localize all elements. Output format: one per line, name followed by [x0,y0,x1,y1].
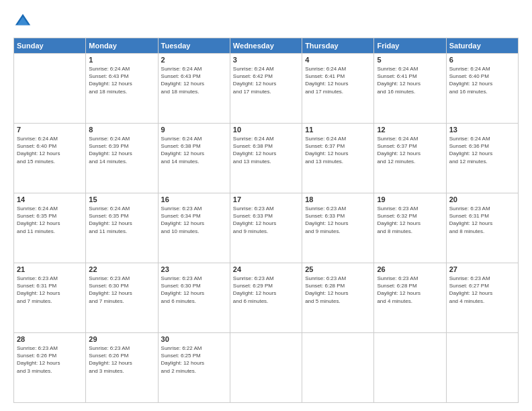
day-cell: 5Sunrise: 6:24 AM Sunset: 6:41 PM Daylig… [374,54,446,124]
day-cell: 1Sunrise: 6:24 AM Sunset: 6:43 PM Daylig… [86,54,158,124]
day-number: 19 [377,195,443,203]
day-info: Sunrise: 6:24 AM Sunset: 6:43 PM Dayligh… [89,65,154,95]
day-info: Sunrise: 6:24 AM Sunset: 6:39 PM Dayligh… [89,135,154,165]
day-cell: 15Sunrise: 6:24 AM Sunset: 6:35 PM Dayli… [86,193,158,263]
day-number: 2 [161,56,227,64]
day-number: 10 [233,126,299,134]
day-info: Sunrise: 6:24 AM Sunset: 6:37 PM Dayligh… [305,135,371,165]
day-info: Sunrise: 6:24 AM Sunset: 6:37 PM Dayligh… [377,135,443,165]
day-cell [14,54,86,124]
day-info: Sunrise: 6:24 AM Sunset: 6:42 PM Dayligh… [233,65,299,95]
day-number: 25 [305,265,371,273]
day-info: Sunrise: 6:23 AM Sunset: 6:33 PM Dayligh… [305,205,371,235]
day-cell [230,333,302,403]
day-cell: 3Sunrise: 6:24 AM Sunset: 6:42 PM Daylig… [230,54,302,124]
day-number: 18 [305,195,371,203]
day-cell: 14Sunrise: 6:24 AM Sunset: 6:35 PM Dayli… [14,193,86,263]
week-row-5: 28Sunrise: 6:23 AM Sunset: 6:26 PM Dayli… [14,333,519,403]
day-cell: 18Sunrise: 6:23 AM Sunset: 6:33 PM Dayli… [302,193,374,263]
day-number: 17 [233,195,299,203]
weekday-monday: Monday [86,38,158,54]
day-number: 6 [449,56,515,64]
day-info: Sunrise: 6:23 AM Sunset: 6:30 PM Dayligh… [161,275,227,305]
day-cell: 27Sunrise: 6:23 AM Sunset: 6:27 PM Dayli… [446,263,518,333]
day-info: Sunrise: 6:24 AM Sunset: 6:35 PM Dayligh… [17,205,83,235]
day-number: 5 [377,56,443,64]
day-cell: 29Sunrise: 6:23 AM Sunset: 6:26 PM Dayli… [86,333,158,403]
day-info: Sunrise: 6:23 AM Sunset: 6:31 PM Dayligh… [17,275,83,305]
day-number: 14 [17,195,83,203]
day-cell: 17Sunrise: 6:23 AM Sunset: 6:33 PM Dayli… [230,193,302,263]
day-number: 27 [449,265,515,273]
weekday-header-row: SundayMondayTuesdayWednesdayThursdayFrid… [14,38,519,54]
day-cell: 7Sunrise: 6:24 AM Sunset: 6:40 PM Daylig… [14,124,86,193]
day-number: 12 [377,126,443,134]
day-cell: 24Sunrise: 6:23 AM Sunset: 6:29 PM Dayli… [230,263,302,333]
day-number: 3 [233,56,299,64]
day-number: 28 [17,335,83,343]
week-row-4: 21Sunrise: 6:23 AM Sunset: 6:31 PM Dayli… [14,263,519,333]
day-cell: 11Sunrise: 6:24 AM Sunset: 6:37 PM Dayli… [302,124,374,193]
day-number: 9 [161,126,227,134]
day-cell: 21Sunrise: 6:23 AM Sunset: 6:31 PM Dayli… [14,263,86,333]
day-cell: 19Sunrise: 6:23 AM Sunset: 6:32 PM Dayli… [374,193,446,263]
week-row-2: 7Sunrise: 6:24 AM Sunset: 6:40 PM Daylig… [14,124,519,193]
day-cell: 22Sunrise: 6:23 AM Sunset: 6:30 PM Dayli… [86,263,158,333]
week-row-3: 14Sunrise: 6:24 AM Sunset: 6:35 PM Dayli… [14,193,519,263]
day-number: 8 [89,126,154,134]
day-info: Sunrise: 6:23 AM Sunset: 6:29 PM Dayligh… [233,275,299,305]
day-number: 11 [305,126,371,134]
day-info: Sunrise: 6:23 AM Sunset: 6:31 PM Dayligh… [449,205,515,235]
day-cell: 16Sunrise: 6:23 AM Sunset: 6:34 PM Dayli… [158,193,230,263]
day-cell: 10Sunrise: 6:24 AM Sunset: 6:38 PM Dayli… [230,124,302,193]
day-info: Sunrise: 6:24 AM Sunset: 6:43 PM Dayligh… [161,65,227,95]
day-info: Sunrise: 6:23 AM Sunset: 6:28 PM Dayligh… [305,275,371,305]
day-number: 7 [17,126,83,134]
page: SundayMondayTuesdayWednesdayThursdayFrid… [0,0,532,411]
week-row-1: 1Sunrise: 6:24 AM Sunset: 6:43 PM Daylig… [14,54,519,124]
weekday-tuesday: Tuesday [158,38,230,54]
day-info: Sunrise: 6:24 AM Sunset: 6:41 PM Dayligh… [305,65,371,95]
day-number: 4 [305,56,371,64]
day-cell: 12Sunrise: 6:24 AM Sunset: 6:37 PM Dayli… [374,124,446,193]
day-number: 13 [449,126,515,134]
day-number: 1 [89,56,154,64]
day-info: Sunrise: 6:22 AM Sunset: 6:25 PM Dayligh… [161,345,227,375]
day-info: Sunrise: 6:23 AM Sunset: 6:26 PM Dayligh… [17,345,83,375]
weekday-sunday: Sunday [14,38,86,54]
day-info: Sunrise: 6:24 AM Sunset: 6:41 PM Dayligh… [377,65,443,95]
day-cell: 20Sunrise: 6:23 AM Sunset: 6:31 PM Dayli… [446,193,518,263]
day-info: Sunrise: 6:24 AM Sunset: 6:40 PM Dayligh… [449,65,515,95]
day-number: 20 [449,195,515,203]
header [13,12,519,31]
day-number: 24 [233,265,299,273]
day-cell: 23Sunrise: 6:23 AM Sunset: 6:30 PM Dayli… [158,263,230,333]
day-info: Sunrise: 6:24 AM Sunset: 6:38 PM Dayligh… [161,135,227,165]
weekday-wednesday: Wednesday [230,38,302,54]
day-cell: 8Sunrise: 6:24 AM Sunset: 6:39 PM Daylig… [86,124,158,193]
day-cell: 28Sunrise: 6:23 AM Sunset: 6:26 PM Dayli… [14,333,86,403]
day-cell: 6Sunrise: 6:24 AM Sunset: 6:40 PM Daylig… [446,54,518,124]
day-number: 26 [377,265,443,273]
day-info: Sunrise: 6:23 AM Sunset: 6:32 PM Dayligh… [377,205,443,235]
day-number: 29 [89,335,154,343]
day-cell: 4Sunrise: 6:24 AM Sunset: 6:41 PM Daylig… [302,54,374,124]
calendar-table: SundayMondayTuesdayWednesdayThursdayFrid… [13,38,519,403]
day-info: Sunrise: 6:23 AM Sunset: 6:34 PM Dayligh… [161,205,227,235]
day-number: 22 [89,265,154,273]
logo [13,12,35,31]
day-cell [446,333,518,403]
day-number: 16 [161,195,227,203]
day-cell: 26Sunrise: 6:23 AM Sunset: 6:28 PM Dayli… [374,263,446,333]
weekday-thursday: Thursday [302,38,374,54]
weekday-saturday: Saturday [446,38,518,54]
logo-icon [13,12,32,31]
day-cell: 2Sunrise: 6:24 AM Sunset: 6:43 PM Daylig… [158,54,230,124]
day-cell [302,333,374,403]
day-info: Sunrise: 6:24 AM Sunset: 6:40 PM Dayligh… [17,135,83,165]
day-info: Sunrise: 6:23 AM Sunset: 6:28 PM Dayligh… [377,275,443,305]
day-info: Sunrise: 6:23 AM Sunset: 6:33 PM Dayligh… [233,205,299,235]
day-cell: 25Sunrise: 6:23 AM Sunset: 6:28 PM Dayli… [302,263,374,333]
day-info: Sunrise: 6:23 AM Sunset: 6:27 PM Dayligh… [449,275,515,305]
day-cell: 30Sunrise: 6:22 AM Sunset: 6:25 PM Dayli… [158,333,230,403]
